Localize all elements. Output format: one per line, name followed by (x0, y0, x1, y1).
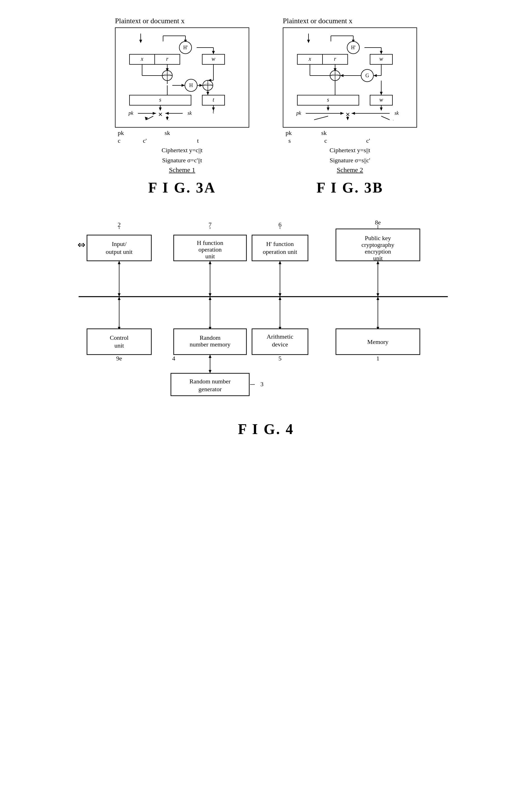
svg-text:H' function: H' function (266, 240, 294, 247)
svg-marker-147 (209, 293, 212, 297)
svg-text:unit: unit (373, 255, 382, 262)
svg-text:4: 4 (172, 355, 175, 362)
svg-text:encryption: encryption (365, 248, 391, 255)
fig3b-label: F I G. 3B (316, 179, 383, 196)
svg-marker-150 (279, 293, 281, 297)
svg-marker-110 (351, 112, 355, 115)
scheme1-svg: H' x r w (124, 34, 241, 120)
scheme1-name: Scheme 1 (169, 166, 195, 174)
svg-text:7: 7 (209, 221, 212, 228)
svg-marker-167 (376, 297, 379, 300)
svg-text:operation unit: operation unit (263, 248, 297, 255)
scheme1-c-label: c (118, 137, 121, 144)
scheme2-s-label: s (288, 137, 291, 144)
scheme2-container: Plaintext or document x H' (283, 17, 417, 196)
svg-marker-73 (380, 51, 382, 54)
svg-text:5: 5 (279, 355, 282, 362)
scheme1-t-label: t (197, 137, 199, 144)
svg-text:Control: Control (110, 334, 128, 341)
svg-marker-93 (340, 74, 343, 77)
svg-text:s: s (159, 96, 161, 103)
svg-marker-161 (209, 297, 212, 300)
scheme1-box: H' x r w (115, 27, 249, 127)
svg-text:8e: 8e (375, 219, 381, 226)
svg-marker-54 (165, 112, 169, 115)
svg-text:pk: pk (128, 110, 134, 116)
svg-marker-153 (376, 293, 379, 297)
svg-text:H': H' (351, 45, 356, 50)
svg-marker-34 (200, 84, 203, 87)
scheme2-box: H' x r w (283, 27, 417, 127)
svg-rect-168 (87, 329, 151, 355)
svg-marker-102 (327, 107, 329, 111)
svg-marker-164 (279, 297, 281, 300)
fig4-label: F I G. 4 (238, 421, 294, 438)
svg-text:generator: generator (198, 386, 222, 393)
scheme1-plaintext-label: Plaintext or document x (115, 17, 185, 25)
fig4-section: 2 7 6 8e ⇔ Input/ output unit H function (17, 218, 515, 438)
svg-marker-100 (380, 92, 382, 95)
svg-text:t: t (213, 109, 214, 114)
svg-text:⇔: ⇔ (77, 240, 85, 250)
svg-marker-107 (340, 112, 344, 115)
svg-marker-44 (206, 92, 209, 95)
svg-text:Random: Random (200, 334, 221, 341)
svg-text:w: w (379, 96, 383, 103)
scheme1-pk-label: pk (118, 129, 124, 136)
svg-marker-10 (212, 51, 215, 54)
svg-text:t: t (213, 96, 214, 103)
svg-text:Public key: Public key (365, 234, 391, 242)
svg-text:pk: pk (296, 110, 301, 116)
svg-text:x: x (309, 56, 311, 62)
svg-text:9e: 9e (116, 355, 122, 362)
scheme1-ciphertext: Ciphertext y=c||t (162, 147, 203, 154)
svg-text:G: G (365, 73, 369, 78)
scheme2-cprime-label: c' (366, 137, 370, 144)
svg-text:1: 1 (376, 355, 379, 362)
scheme2-plaintext-label: Plaintext or document x (283, 17, 353, 25)
svg-marker-32 (182, 84, 185, 87)
svg-text:H': H' (183, 45, 188, 50)
svg-marker-148 (209, 261, 212, 264)
svg-text:unit: unit (205, 253, 215, 260)
svg-text:6: 6 (279, 221, 282, 228)
svg-marker-91 (373, 74, 377, 77)
svg-text:c': c' (390, 119, 394, 120)
svg-text:w: w (379, 56, 383, 62)
svg-marker-1 (139, 40, 142, 43)
schemes-row: Plaintext or document x H' (17, 17, 515, 196)
scheme2-sk-label: sk (322, 129, 327, 136)
scheme1-sk-label: sk (165, 129, 170, 136)
scheme1-signature: Signature σ=c'||t (162, 157, 202, 164)
svg-text:Input/: Input/ (112, 240, 127, 247)
svg-text:✕: ✕ (158, 111, 163, 118)
scheme2-signature: Signature σ=s||c' (329, 157, 370, 164)
svg-text:Arithmetic: Arithmetic (267, 333, 293, 340)
svg-text:w: w (212, 56, 215, 62)
svg-text:c: c (143, 119, 145, 120)
svg-marker-185 (209, 355, 212, 358)
svg-marker-64 (307, 40, 310, 43)
svg-text:device: device (272, 341, 288, 348)
svg-line-117 (381, 116, 390, 120)
svg-text:3: 3 (261, 381, 264, 387)
svg-marker-144 (118, 293, 121, 297)
svg-text:r: r (166, 56, 168, 62)
scheme1-container: Plaintext or document x H' (115, 17, 249, 196)
svg-marker-151 (279, 261, 281, 264)
svg-text:unit: unit (114, 342, 124, 349)
scheme1-cprime-label: c' (143, 137, 147, 144)
svg-marker-184 (209, 370, 212, 373)
svg-marker-46 (159, 107, 162, 111)
page-content: Plaintext or document x H' (17, 11, 515, 438)
scheme2-c-label: c (325, 137, 327, 144)
scheme2-svg: H' x r w (292, 34, 409, 120)
svg-text:sk: sk (395, 110, 399, 116)
fig4-svg: 2 7 6 8e ⇔ Input/ output unit H function (70, 218, 462, 409)
svg-text:Memory: Memory (367, 338, 389, 345)
svg-text:c': c' (166, 119, 169, 120)
svg-text:r: r (334, 56, 336, 62)
svg-rect-135 (252, 235, 308, 261)
svg-text:Random number: Random number (189, 378, 231, 385)
scheme2-pk-label: pk (285, 129, 292, 136)
